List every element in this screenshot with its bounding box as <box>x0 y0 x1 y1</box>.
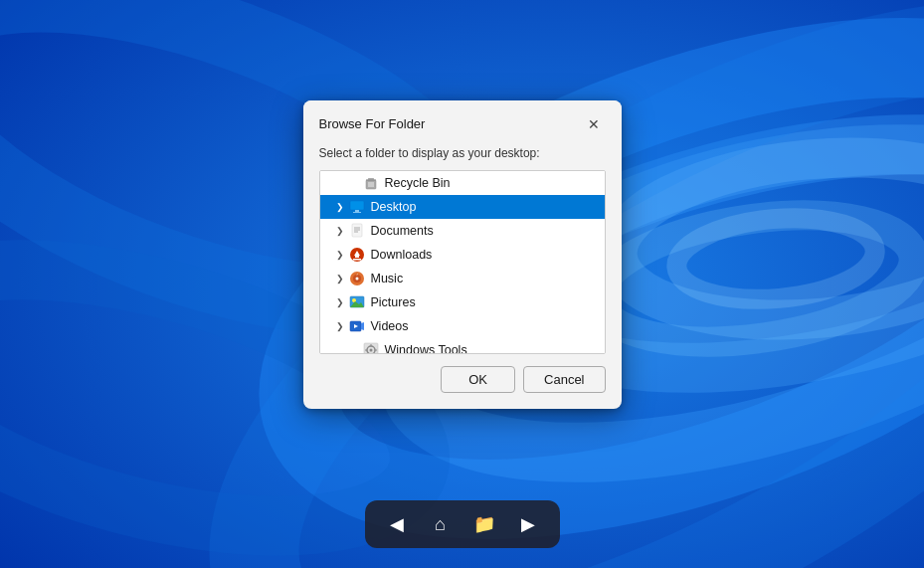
dialog-body: Select a folder to display as your deskt… <box>303 146 622 409</box>
dialog-overlay: Browse For Folder ✕ Select a folder to d… <box>0 0 924 568</box>
tree-item-desktop[interactable]: ❯ Desktop <box>320 195 605 219</box>
cancel-button[interactable]: Cancel <box>523 366 605 393</box>
dialog-title: Browse For Folder <box>319 116 426 131</box>
svg-text:♪: ♪ <box>356 272 358 277</box>
icon-desktop <box>348 198 366 216</box>
taskbar: ◀⌂📁▶ <box>365 500 560 548</box>
icon-downloads <box>348 246 366 264</box>
icon-music: ♪ <box>348 270 366 287</box>
icon-windows-tools <box>362 341 380 354</box>
svg-rect-16 <box>350 201 364 210</box>
label-recycle-bin: Recycle Bin <box>385 176 601 190</box>
label-videos: Videos <box>371 319 601 333</box>
browse-folder-dialog: Browse For Folder ✕ Select a folder to d… <box>303 100 622 409</box>
tree-item-downloads[interactable]: ❯ Downloads <box>320 243 605 267</box>
svg-point-29 <box>355 277 358 280</box>
expand-arrow-documents[interactable]: ❯ <box>332 226 348 236</box>
expand-arrow-desktop[interactable]: ❯ <box>332 202 348 212</box>
tree-item-videos[interactable]: ❯ Videos <box>320 314 605 338</box>
tree-item-windows-tools[interactable]: ❯ Windows Tools <box>320 338 605 354</box>
icon-pictures <box>348 293 366 311</box>
label-desktop: Desktop <box>371 200 601 214</box>
label-downloads: Downloads <box>371 248 601 262</box>
label-documents: Documents <box>371 224 601 238</box>
expand-arrow-music[interactable]: ❯ <box>332 274 348 284</box>
svg-rect-26 <box>353 259 361 261</box>
dialog-titlebar: Browse For Folder ✕ <box>303 100 622 146</box>
dialog-instruction: Select a folder to display as your deskt… <box>319 146 606 160</box>
back-button[interactable]: ◀ <box>379 506 415 542</box>
folder-tree[interactable]: ❯ Recycle Bin ❯ Desktop ❯ Documents ❯ Do… <box>319 170 606 354</box>
forward-button[interactable]: ▶ <box>510 506 546 542</box>
svg-rect-25 <box>355 256 359 258</box>
label-music: Music <box>371 272 601 285</box>
tree-item-documents[interactable]: ❯ Documents <box>320 219 605 243</box>
home-button[interactable]: ⌂ <box>423 506 459 542</box>
icon-documents <box>348 222 366 240</box>
svg-point-39 <box>369 348 372 351</box>
label-windows-tools: Windows Tools <box>385 343 601 354</box>
ok-button[interactable]: OK <box>441 366 515 393</box>
svg-rect-18 <box>353 212 361 213</box>
dialog-close-button[interactable]: ✕ <box>582 112 606 136</box>
expand-arrow-pictures[interactable]: ❯ <box>332 297 348 307</box>
tree-item-music[interactable]: ❯ ♪ Music <box>320 267 605 290</box>
expand-arrow-videos[interactable]: ❯ <box>332 321 348 331</box>
dialog-buttons: OK Cancel <box>319 366 606 393</box>
tree-item-recycle-bin[interactable]: ❯ Recycle Bin <box>320 171 605 195</box>
expand-arrow-downloads[interactable]: ❯ <box>332 250 348 260</box>
desktop: Browse For Folder ✕ Select a folder to d… <box>0 0 924 568</box>
tree-item-pictures[interactable]: ❯ Pictures <box>320 290 605 314</box>
icon-recycle-bin <box>362 174 380 192</box>
svg-rect-17 <box>355 210 359 212</box>
svg-marker-35 <box>361 322 364 330</box>
label-pictures: Pictures <box>371 295 601 309</box>
icon-videos <box>348 317 366 335</box>
folder-button[interactable]: 📁 <box>466 506 502 542</box>
